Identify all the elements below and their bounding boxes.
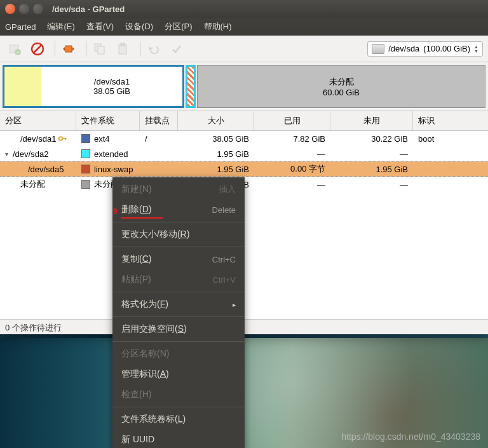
menu-help[interactable]: 帮助(H)	[204, 21, 232, 32]
apply-button	[167, 39, 186, 58]
window-maximize-button[interactable]	[33, 4, 43, 14]
menu-item[interactable]: 新 UUID	[112, 430, 245, 448]
menu-item[interactable]: 更改大小/移动(R)	[112, 224, 245, 245]
toolbar-separator	[140, 41, 140, 57]
titlebar[interactable]: /dev/sda - GParted	[0, 0, 488, 18]
graph-unallocated[interactable]: 未分配 60.00 GiB	[197, 65, 485, 108]
graph-unalloc-name: 未分配	[329, 76, 354, 88]
col-size[interactable]: 大小	[178, 111, 254, 130]
device-spin-buttons[interactable]: ▲▼	[474, 44, 478, 53]
menu-item: 粘贴(P)Ctrl+V	[112, 269, 245, 290]
copy-button	[90, 39, 109, 58]
new-partition-button: +	[5, 39, 24, 58]
graph-partition-sda1[interactable]: /dev/sda1 38.05 GiB	[3, 65, 184, 108]
svg-text:+: +	[17, 50, 20, 55]
svg-rect-5	[65, 46, 72, 52]
menu-separator	[112, 316, 245, 317]
paste-button	[113, 39, 132, 58]
menu-separator	[112, 247, 245, 247]
menu-item: 检查(H)	[112, 384, 245, 405]
menu-view[interactable]: 查看(V)	[86, 21, 114, 32]
svg-rect-9	[121, 43, 125, 46]
menu-partition[interactable]: 分区(P)	[165, 21, 192, 32]
toolbar-separator	[86, 41, 86, 57]
svg-rect-7	[98, 46, 104, 54]
graph-used-area	[4, 67, 41, 106]
disk-icon	[372, 44, 384, 54]
menu-separator	[112, 407, 245, 407]
table-row[interactable]: /dev/sda1ext4/38.05 GiB7.82 GiB30.22 GiB…	[0, 131, 488, 146]
graph-part-name: /dev/sda1	[41, 77, 182, 86]
menu-item[interactable]: 格式化为(F)▸	[112, 294, 245, 315]
menu-separator	[112, 222, 245, 222]
menu-item[interactable]: 文件系统卷标(L)	[112, 409, 245, 430]
menu-device[interactable]: 设备(D)	[125, 21, 153, 32]
window-minimize-button[interactable]	[19, 4, 29, 14]
menu-item: 新建(N)插入	[112, 179, 245, 200]
svg-rect-12	[65, 138, 66, 140]
menu-edit[interactable]: 编辑(E)	[47, 21, 74, 32]
device-name: /dev/sda	[388, 44, 419, 53]
svg-line-4	[34, 45, 41, 53]
table-row[interactable]: ▾/dev/sda2extended1.95 GiB——	[0, 146, 488, 161]
device-selector[interactable]: /dev/sda (100.00 GiB) ▲▼	[367, 41, 483, 57]
svg-point-10	[59, 137, 63, 140]
menu-item[interactable]: 启用交换空间(S)	[112, 319, 245, 339]
partition-graph: /dev/sda1 38.05 GiB 未分配 60.00 GiB	[3, 65, 485, 108]
table-row[interactable]: /dev/sda5linux-swap1.95 GiB0.00 字节1.95 G…	[0, 161, 488, 177]
toolbar-separator	[55, 41, 55, 57]
context-menu: 新建(N)插入删除(D)Delete更改大小/移动(R)复制(C)Ctrl+C粘…	[112, 177, 245, 448]
col-used[interactable]: 已用	[254, 111, 330, 130]
col-mountpoint[interactable]: 挂载点	[140, 111, 178, 130]
graph-unalloc-size: 60.00 GiB	[323, 88, 360, 97]
menu-item[interactable]: 删除(D)Delete	[112, 200, 245, 220]
graph-part-size: 38.05 GiB	[41, 86, 182, 96]
table-header: 分区 文件系统 挂载点 大小 已用 未用 标识	[0, 111, 488, 131]
window-close-button[interactable]	[5, 4, 15, 14]
menu-separator	[112, 341, 245, 342]
menu-item[interactable]: 管理标识(A)	[112, 364, 245, 384]
menu-gparted[interactable]: GParted	[5, 22, 36, 32]
resize-move-button[interactable]	[59, 39, 78, 58]
col-flags[interactable]: 标识	[413, 111, 488, 130]
menu-item[interactable]: 复制(C)Ctrl+C	[112, 249, 245, 269]
col-filesystem[interactable]: 文件系统	[76, 111, 140, 130]
window-title: /dev/sda - GParted	[52, 4, 125, 14]
menu-item: 分区名称(N)	[112, 344, 245, 364]
device-size: (100.00 GiB)	[423, 44, 470, 53]
status-text: 0 个操作待进行	[5, 323, 62, 332]
annotation-nine: 9	[113, 207, 118, 216]
menubar: GParted 编辑(E) 查看(V) 设备(D) 分区(P) 帮助(H)	[0, 18, 488, 36]
undo-button	[144, 39, 163, 58]
graph-partition-extended[interactable]	[186, 65, 196, 108]
col-partition[interactable]: 分区	[0, 111, 76, 130]
toolbar: + /dev/sda (100.00 GiB) ▲▼	[0, 36, 488, 62]
watermark: https://blog.csdn.net/m0_43403238	[341, 431, 480, 442]
delete-partition-button[interactable]	[28, 39, 47, 58]
col-free[interactable]: 未用	[330, 111, 413, 130]
menu-separator	[112, 292, 245, 292]
